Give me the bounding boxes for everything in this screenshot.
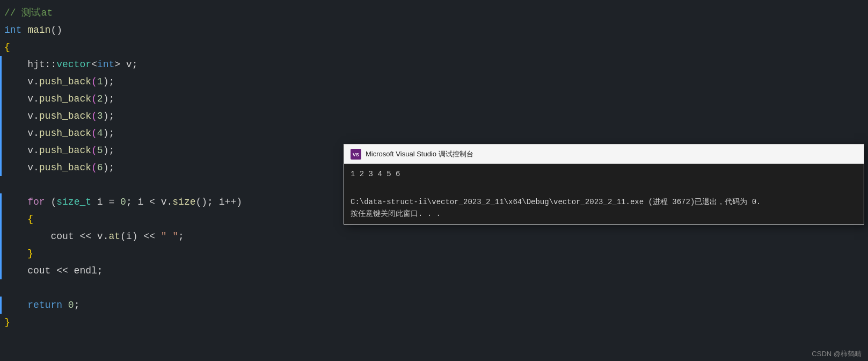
code-text: [62, 297, 68, 314]
code-text: v.: [4, 142, 39, 159]
code-number: 6: [97, 159, 103, 176]
code-paren: (: [91, 107, 97, 125]
code-type: size_t: [56, 193, 91, 211]
code-keyword: return: [27, 297, 62, 314]
debug-console-titlebar: VS Microsoft Visual Studio 调试控制台: [344, 145, 864, 164]
code-text: v.: [4, 90, 39, 107]
code-text: > v;: [114, 56, 137, 73]
code-brace: }: [4, 245, 33, 262]
indent-indicator: [0, 193, 2, 211]
code-keyword-for: for: [27, 193, 45, 211]
indent-indicator: [0, 262, 2, 279]
code-line-2: int main (): [0, 21, 868, 39]
code-text: v.: [4, 125, 39, 142]
code-function: main: [27, 21, 50, 39]
code-function: push_back: [39, 73, 91, 90]
code-text: v.: [4, 159, 39, 176]
indent-indicator: [0, 56, 2, 73]
vs-icon: VS: [351, 149, 361, 160]
code-function: push_back: [39, 107, 91, 125]
code-text: ; i < v.: [126, 193, 172, 211]
code-number: 1: [97, 73, 103, 90]
code-text: ;: [178, 228, 184, 245]
code-line-16: cout << endl;: [0, 262, 868, 279]
debug-press-key-line: 按任意键关闭此窗口. . .: [351, 208, 857, 220]
code-number: 0: [68, 297, 74, 314]
code-line-7: v.push_back(3);: [0, 107, 868, 125]
code-line-15: }: [0, 245, 868, 262]
indent-indicator: [0, 159, 2, 176]
code-number: 4: [97, 125, 103, 142]
code-line-6: v.push_back(2);: [0, 90, 868, 107]
code-function: push_back: [39, 159, 91, 176]
debug-path-line: C:\data-struct-ii\vector_2023_2_11\x64\D…: [351, 196, 857, 208]
indent-indicator: [0, 297, 2, 314]
indent-indicator: [0, 142, 2, 159]
code-text: );: [103, 125, 115, 142]
code-paren: (: [91, 142, 97, 159]
code-text: (: [45, 193, 57, 211]
code-text: [4, 193, 27, 211]
code-text: i =: [91, 193, 120, 211]
code-keyword: int: [97, 56, 114, 73]
code-number: 5: [97, 142, 103, 159]
code-line-4: hjt::vector<int> v;: [0, 56, 868, 73]
svg-text:VS: VS: [353, 152, 359, 157]
code-line-14: cout << v.at(i) << " ";: [0, 228, 868, 245]
code-text: v.: [4, 107, 39, 125]
indent-indicator: [0, 73, 2, 90]
code-text: );: [103, 142, 115, 159]
code-brace: {: [4, 39, 10, 56]
code-paren: (: [91, 125, 97, 142]
debug-console[interactable]: VS Microsoft Visual Studio 调试控制台 1 2 3 4…: [344, 144, 864, 225]
debug-output-numbers: 1 2 3 4 5 6: [351, 168, 857, 180]
code-text: );: [103, 90, 115, 107]
code-number: 0: [120, 193, 126, 211]
code-text: ;: [74, 297, 80, 314]
indent-indicator: [0, 211, 2, 228]
code-text: );: [103, 73, 115, 90]
status-bar-text: CSDN @柿鹤晴: [812, 350, 862, 358]
indent-indicator: [0, 228, 2, 245]
code-text: cout << endl;: [4, 262, 103, 279]
code-paren: (: [91, 90, 97, 107]
code-paren: (: [91, 159, 97, 176]
indent-indicator: [0, 90, 2, 107]
code-line-5: v.push_back(1);: [0, 73, 868, 90]
code-line-19: }: [0, 314, 868, 331]
code-text: (i) <<: [120, 228, 161, 245]
code-text: <: [91, 56, 97, 73]
code-paren: (: [91, 73, 97, 90]
code-text: v.: [4, 73, 39, 90]
code-line-18: return 0;: [0, 297, 868, 314]
code-string: " ": [161, 228, 178, 245]
indent-indicator: [0, 125, 2, 142]
code-line-1: // 测试at: [0, 4, 868, 21]
code-function: size: [172, 193, 195, 211]
code-line-3: {: [0, 39, 868, 56]
code-number: 3: [97, 107, 103, 125]
code-function: push_back: [39, 142, 91, 159]
code-function: push_back: [39, 90, 91, 107]
code-text: (): [50, 21, 62, 39]
code-text: );: [103, 107, 115, 125]
code-line-17: [0, 279, 868, 297]
code-text: [21, 21, 27, 39]
code-function: at: [108, 228, 120, 245]
indent-indicator: [0, 107, 2, 125]
code-number: 2: [97, 90, 103, 107]
code-type: vector: [56, 56, 91, 73]
code-brace: }: [4, 314, 10, 331]
code-text: [4, 297, 27, 314]
debug-console-body: 1 2 3 4 5 6 C:\data-struct-ii\vector_202…: [344, 164, 864, 224]
vs-logo-svg: VS: [352, 150, 360, 158]
code-keyword: int: [4, 21, 21, 39]
code-text: );: [103, 159, 115, 176]
code-text: hjt::: [4, 56, 56, 73]
code-text: (); i++): [196, 193, 242, 211]
code-brace: {: [4, 211, 33, 228]
code-text: cout << v.: [4, 228, 108, 245]
indent-indicator: [0, 245, 2, 262]
debug-console-title: Microsoft Visual Studio 调试控制台: [366, 149, 473, 159]
code-line-8: v.push_back(4);: [0, 125, 868, 142]
